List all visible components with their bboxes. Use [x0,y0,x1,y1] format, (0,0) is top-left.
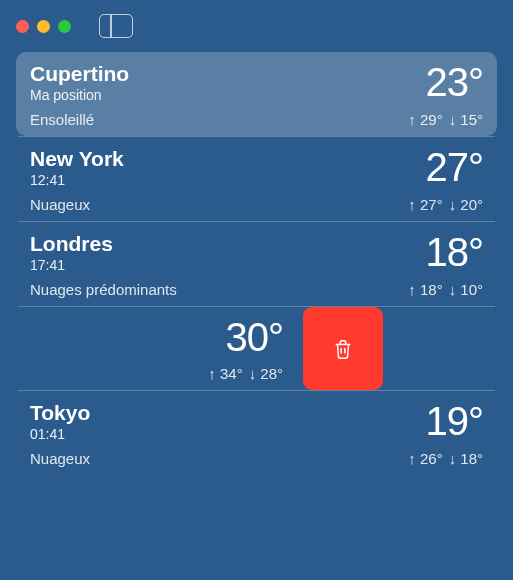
local-time: 17:41 [30,257,113,273]
condition-text: Ensoleillé [30,111,94,128]
condition-text: Nuageux [30,450,90,467]
low-temp: 18° [449,450,483,467]
high-temp: 34° [208,365,242,382]
location-row[interactable]: New York 12:41 27° Nuageux 27° 20° [16,137,497,221]
current-temp: 23° [426,62,484,102]
condition-text: Nuageux [30,196,90,213]
sidebar-toggle-button[interactable] [99,14,133,38]
current-temp: 19° [426,401,484,441]
location-row-swiped[interactable]: 30° 34° 28° [16,307,497,390]
current-temp: 27° [426,147,484,187]
trash-icon [332,337,354,361]
traffic-lights [16,20,71,33]
high-temp: 18° [408,281,442,298]
hi-lo: 26° 18° [408,450,483,467]
condition-text: Nuages prédominants [30,281,177,298]
city-name: New York [30,147,124,170]
low-temp: 15° [449,111,483,128]
high-temp: 26° [408,450,442,467]
zoom-window-button[interactable] [58,20,71,33]
location-row[interactable]: Cupertino Ma position 23° Ensoleillé 29°… [16,52,497,136]
delete-location-button[interactable] [303,307,383,390]
location-row[interactable]: Londres 17:41 18° Nuages prédominants 18… [16,222,497,306]
current-temp: 30° [226,317,284,357]
hi-lo: 27° 20° [408,196,483,213]
location-subtitle: Ma position [30,87,129,103]
hi-lo: 18° 10° [408,281,483,298]
window-titlebar [0,0,513,52]
minimize-window-button[interactable] [37,20,50,33]
high-temp: 29° [408,111,442,128]
hi-lo: 29° 15° [408,111,483,128]
local-time: 12:41 [30,172,124,188]
location-row[interactable]: Tokyo 01:41 19° Nuageux 26° 18° [16,391,497,475]
local-time: 01:41 [30,426,90,442]
city-name: Cupertino [30,62,129,85]
high-temp: 27° [408,196,442,213]
low-temp: 20° [449,196,483,213]
current-temp: 18° [426,232,484,272]
city-name: Tokyo [30,401,90,424]
low-temp: 10° [449,281,483,298]
low-temp: 28° [249,365,283,382]
close-window-button[interactable] [16,20,29,33]
locations-list: Cupertino Ma position 23° Ensoleillé 29°… [0,52,513,475]
hi-lo: 34° 28° [208,365,283,382]
city-name: Londres [30,232,113,255]
